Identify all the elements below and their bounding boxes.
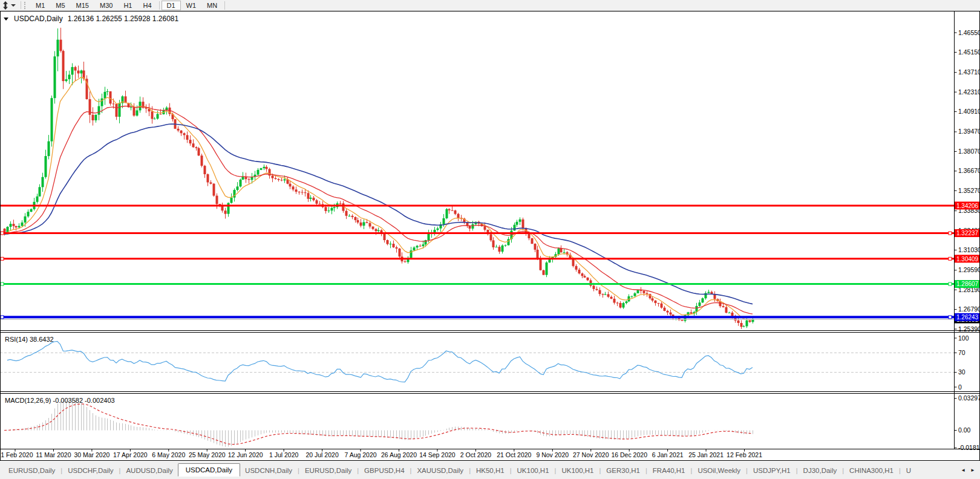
rsi-layer [7, 341, 753, 382]
tab-dj30-daily[interactable]: DJ30,Daily [799, 465, 842, 476]
date-axis-label: 20 Jul 2020 [305, 451, 338, 458]
candle-body [354, 217, 357, 220]
candle-body [130, 107, 132, 108]
hline-right-handle[interactable] [949, 232, 952, 235]
candle-body [731, 313, 734, 316]
candle-body [637, 290, 639, 293]
candle-body [24, 217, 27, 223]
candle-body [292, 186, 295, 189]
candle-body [746, 321, 748, 327]
candle-body [36, 197, 39, 202]
candle-body [328, 210, 330, 211]
tabs-scroll-right-icon[interactable]: ► [970, 468, 975, 473]
candle-body [260, 168, 263, 170]
hline-right-handle[interactable] [949, 257, 952, 260]
timeframe-button-h1[interactable]: H1 [118, 1, 137, 10]
chart-collapse-triangle-icon[interactable] [4, 18, 8, 21]
tab-usdchf-daily[interactable]: USDCHF,Daily [63, 465, 118, 476]
timeframe-button-m1[interactable]: M1 [30, 1, 50, 10]
timeframe-button-h4[interactable]: H4 [137, 1, 157, 10]
candle-body [345, 211, 348, 216]
candle-body [492, 240, 495, 247]
tab-usoil-weekly[interactable]: USOil,Weekly [693, 465, 745, 476]
candle-body [714, 295, 716, 299]
candle-body [39, 187, 41, 196]
date-axis-label: 30 Mar 2020 [74, 451, 109, 458]
tab-uk100-h1[interactable]: UK100,H1 [557, 465, 598, 476]
timeframe-button-d1[interactable]: D1 [162, 1, 181, 10]
candle-body [616, 303, 619, 304]
chart-canvas[interactable]: 1.465501.451501.437101.423101.409101.394… [0, 0, 980, 479]
date-axis-label: 9 Nov 2020 [536, 451, 569, 458]
candle-body [357, 220, 359, 223]
candle-body [546, 262, 548, 275]
toolbar-grip-handle[interactable] [24, 2, 27, 9]
tab-audusd-daily[interactable]: AUDUSD,Daily [121, 465, 177, 476]
tab-gbpusd-h4[interactable]: GBPUSD,H4 [359, 465, 409, 476]
candle-body [560, 249, 563, 253]
candle-body [60, 40, 62, 51]
tab-uk100-h1[interactable]: UK100,H1 [512, 465, 554, 476]
candle-body [54, 56, 56, 98]
timeframe-button-w1[interactable]: W1 [181, 1, 202, 10]
tab-fra40-h1[interactable]: FRA40,H1 [648, 465, 690, 476]
candle-body [301, 192, 304, 192]
candle-body [495, 247, 498, 247]
candle-body [160, 114, 162, 114]
candle-body [325, 207, 327, 211]
candle-body [62, 51, 65, 81]
timeframe-toolbar: M1M5M15M30H1H4D1W1MN [30, 1, 227, 10]
tool-dropdown-caret-icon[interactable] [11, 4, 16, 7]
hline-left-handle[interactable] [1, 282, 4, 285]
candle-body [263, 167, 266, 168]
tabs-scroll-left-icon[interactable]: ◄ [961, 468, 965, 473]
candle-body [581, 273, 584, 276]
price-axis-label: 1.38070 [958, 148, 980, 155]
tab-usdcnh-daily[interactable]: USDCNH,Daily [240, 465, 297, 476]
candle-body [534, 244, 537, 250]
candle-body [77, 71, 80, 74]
hline-left-handle[interactable] [1, 316, 4, 319]
date-axis-label: 12 Jun 2020 [228, 451, 263, 458]
tab-u[interactable]: U [901, 465, 916, 476]
timeframe-button-m5[interactable]: M5 [50, 1, 70, 10]
timeframe-button-mn[interactable]: MN [201, 1, 223, 10]
ma-line-slow [4, 124, 753, 304]
candle-body [596, 289, 598, 290]
candle-body [372, 227, 374, 229]
candle-body [319, 204, 321, 204]
hline-left-handle[interactable] [1, 232, 4, 235]
candle-body [227, 203, 230, 213]
rsi-line [7, 341, 753, 382]
candle-body [590, 280, 592, 285]
timeframe-button-m30[interactable]: M30 [94, 1, 118, 10]
tab-xauusd-daily[interactable]: XAUUSD,Daily [412, 465, 468, 476]
rsi-axis-label: 0 [958, 383, 962, 391]
tab-china300-h1[interactable]: CHINA300,H1 [844, 465, 898, 476]
candle-body [298, 192, 301, 192]
hline-right-handle[interactable] [949, 316, 952, 319]
candle-body [65, 79, 68, 81]
candle-body [180, 131, 183, 134]
tab-usdjpy-h1[interactable]: USDJPY,H1 [748, 465, 795, 476]
chart-tabs: EURUSD,Daily|USDCHF,Daily|AUDUSD,DailyUS… [4, 461, 956, 479]
timeframe-button-m15[interactable]: M15 [71, 1, 94, 10]
candle-body [664, 308, 666, 311]
tab-ger30-h1[interactable]: GER30,H1 [601, 465, 645, 476]
cursor-scroll-tool-icon[interactable] [1, 1, 10, 10]
candle-body [281, 180, 283, 180]
candle-body [469, 226, 471, 229]
candle-body [387, 240, 389, 244]
candle-body [722, 306, 725, 307]
date-axis-label: 2 Oct 2020 [460, 451, 492, 458]
hline-left-handle[interactable] [1, 257, 4, 260]
candle-body [272, 175, 274, 178]
hline-right-handle[interactable] [949, 282, 952, 285]
tab-eurusd-daily[interactable]: EURUSD,Daily [300, 465, 356, 476]
tab-eurusd-daily[interactable]: EURUSD,Daily [4, 465, 60, 476]
candle-body [702, 298, 704, 302]
tab-usdcad-daily[interactable]: USDCAD,Daily [178, 463, 240, 477]
candle-body [484, 226, 486, 230]
tab-hk50-h1[interactable]: HK50,H1 [471, 465, 509, 476]
date-axis-label: 17 Apr 2020 [113, 451, 148, 458]
